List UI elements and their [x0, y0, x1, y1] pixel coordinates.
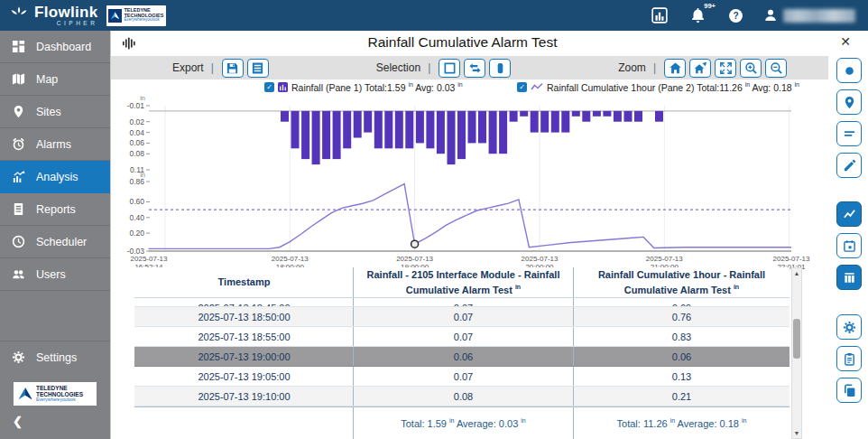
toolbar-group-export: Export| [172, 59, 269, 78]
location-pin-button[interactable] [836, 89, 862, 115]
zoom-out-button[interactable] [765, 59, 787, 78]
pencil-button[interactable] [836, 153, 862, 178]
legend-checkbox[interactable]: ✓ [264, 82, 274, 92]
notes-icon [843, 127, 856, 141]
table-row[interactable]: 2025-07-13 18:50:000.070.76 [134, 307, 790, 327]
separator: | [653, 61, 656, 74]
svg-text:2025-07-13: 2025-07-13 [131, 255, 168, 263]
cell-rainfall: 0.07 [353, 367, 573, 386]
notes-button[interactable] [836, 121, 862, 146]
swap-arrows-button[interactable] [464, 59, 485, 78]
data-table: TimestampRainfall - 2105 Interface Modul… [134, 267, 790, 439]
legend-checkbox[interactable]: ✓ [517, 82, 527, 92]
svg-text:0.02: 0.02 [129, 117, 144, 126]
cell-rainfall: 0.07 [353, 298, 573, 306]
sidebar-item-alarms[interactable]: Alarms [0, 128, 110, 161]
table-row[interactable]: 2025-07-13 19:00:000.060.06 [134, 347, 790, 367]
record-dot-button[interactable] [836, 58, 862, 83]
sidebar-item-label: Settings [36, 351, 77, 364]
sidebar-item-label: Scheduler [36, 236, 87, 248]
chart-box-icon[interactable] [650, 5, 669, 25]
table-row[interactable]: 2025-07-13 18:55:000.070.83 [134, 327, 790, 347]
eraser-button[interactable] [489, 59, 511, 78]
teledyne-arrow-icon [108, 9, 122, 23]
svg-text:2025-07-13: 2025-07-13 [272, 255, 309, 263]
table-button[interactable] [836, 265, 862, 290]
analysis-panel: Rainfall Cumulative Alarm Test ✕ Export|… [110, 31, 868, 439]
help-icon[interactable]: ? [725, 5, 745, 25]
chart-area[interactable]: in-0.010.020.040.060.080.11in0.860.600.4… [116, 92, 818, 273]
table-header-row: TimestampRainfall - 2105 Interface Modul… [134, 267, 790, 298]
table-row[interactable]: 2025-07-13 19:05:000.070.13 [134, 367, 790, 387]
bell-icon[interactable]: 99+ [688, 5, 707, 25]
sidebar-nav: DashboardMapSitesAlarmsAnalysisReportsSc… [0, 31, 110, 291]
sidebar-item-users[interactable]: Users [0, 258, 110, 291]
sidebar-item-scheduler[interactable]: Scheduler [0, 226, 110, 258]
close-icon[interactable]: ✕ [837, 34, 854, 51]
location-pin-icon [843, 96, 856, 109]
table-icon [843, 271, 856, 285]
selected-point-marker[interactable] [411, 240, 419, 248]
eraser-icon [494, 61, 507, 75]
teledyne-arrow-icon [16, 385, 34, 403]
gear-button[interactable] [836, 314, 862, 340]
user-menu[interactable] [763, 8, 855, 23]
home-back-button[interactable] [689, 59, 711, 78]
home-icon [669, 61, 682, 75]
expand-button[interactable] [715, 59, 736, 78]
scroll-down-icon[interactable]: ▼ [792, 430, 801, 436]
cell-timestamp: 2025-07-13 18:50:00 [134, 307, 353, 326]
side-tool-group-2 [836, 201, 862, 290]
sidebar-item-analysis[interactable]: Analysis [0, 161, 110, 193]
table-scrollbar[interactable]: ▲ ▼ [791, 267, 802, 439]
chart-toolbar: Export|Selection|Zoom| [111, 56, 828, 79]
home-button[interactable] [664, 59, 686, 78]
swap-arrows-icon [468, 61, 482, 75]
export-list-button[interactable] [247, 59, 269, 78]
scroll-up-icon[interactable]: ▲ [792, 270, 801, 276]
select-box-button[interactable] [439, 59, 460, 78]
zoom-in-button[interactable] [740, 59, 762, 78]
sidebar-item-dashboard[interactable]: Dashboard [0, 31, 110, 63]
table-body: 2025-07-13 18:45:000.070.692025-07-13 18… [134, 298, 790, 406]
map-icon [11, 72, 25, 87]
legend-item-1: ✓Rainfall (Pane 1) Total:1.59 in Avg: 0.… [264, 81, 463, 93]
record-dot-icon [843, 64, 856, 78]
svg-text:2025-07-13: 2025-07-13 [646, 255, 683, 263]
flowlink-trefoil-icon [7, 5, 31, 26]
cell-rainfall: 0.06 [353, 347, 573, 366]
cell-cumulative: 0.76 [573, 307, 790, 326]
sidebar-collapse-chevron[interactable]: ❮ [0, 406, 110, 439]
sidebar-item-map[interactable]: Map [0, 63, 110, 96]
legend-label: Rainfall Cumulative 1hour (Pane 2) Total… [547, 81, 799, 93]
users-icon [11, 267, 25, 282]
app-window: { "topbar": { "brand": "Flowlink", "bran… [0, 0, 868, 439]
separator: | [428, 61, 430, 74]
scrollbar-thumb[interactable] [793, 319, 800, 359]
zoom-in-icon [744, 61, 758, 75]
cell-cumulative: 0.83 [573, 327, 790, 346]
sidebar-item-label: Users [36, 268, 66, 281]
calendar-button[interactable] [836, 233, 862, 258]
table-row[interactable]: 2025-07-13 18:45:000.070.69 [134, 298, 790, 307]
clipboard-button[interactable] [836, 346, 862, 371]
dashboard-icon [11, 40, 25, 54]
sidebar-item-settings[interactable]: Settings [0, 341, 110, 373]
sidebar-item-label: Reports [36, 203, 76, 216]
sidebar-item-sites[interactable]: Sites [0, 96, 110, 128]
copy-button[interactable] [836, 378, 862, 403]
save-button[interactable] [222, 59, 244, 78]
save-icon [226, 61, 239, 75]
sidebar-item-label: Analysis [36, 171, 78, 183]
cell-cumulative: 0.69 [573, 298, 790, 306]
cell-rainfall: 0.07 [353, 327, 573, 346]
legend-item-2: ✓Rainfall Cumulative 1hour (Pane 2) Tota… [517, 81, 799, 93]
table-row[interactable]: 2025-07-13 19:10:000.080.21 [134, 387, 790, 406]
svg-text:0.04: 0.04 [129, 128, 144, 137]
sidebar-item-reports[interactable]: Reports [0, 193, 110, 226]
select-box-icon [443, 61, 457, 75]
toolbar-group-label: Export [172, 61, 204, 74]
teledyne-footer-logo: TELEDYNE TECHNOLOGIES Everywhereyoulook [14, 382, 97, 406]
line-chart-button[interactable] [836, 201, 862, 227]
svg-text:0.06: 0.06 [129, 138, 144, 147]
